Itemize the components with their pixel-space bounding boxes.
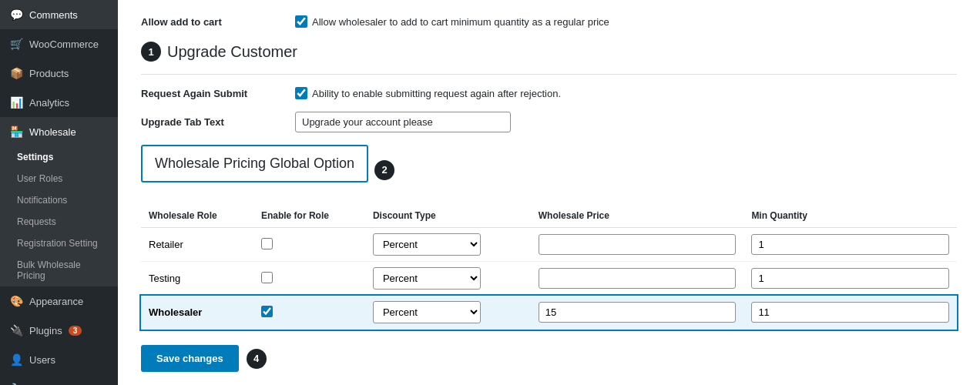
sidebar: 💬 Comments 🛒 WooCommerce 📦 Products 📊 An… (0, 0, 118, 385)
cell-enable[interactable] (253, 262, 365, 296)
allow-add-to-cart-checkbox-label[interactable]: Allow wholesaler to add to cart minimum … (295, 15, 609, 28)
sidebar-item-requests[interactable]: Requests (0, 211, 118, 233)
cell-wholesale-price[interactable] (531, 296, 744, 330)
qty-input-2[interactable] (751, 302, 949, 323)
enable-checkbox-2[interactable] (261, 306, 273, 317)
sidebar-item-woocommerce[interactable]: 🛒 WooCommerce (0, 29, 118, 59)
pricing-table: Wholesale Role Enable for Role Discount … (141, 204, 957, 330)
sidebar-item-notifications[interactable]: Notifications (0, 189, 118, 211)
cell-discount-type[interactable]: PercentFixed (365, 262, 531, 296)
upgrade-tab-control (295, 112, 957, 132)
upgrade-tab-input[interactable] (295, 112, 511, 132)
cell-discount-type[interactable]: PercentFixed (365, 296, 531, 330)
appearance-icon: 🎨 (9, 294, 23, 308)
price-input-1[interactable] (539, 268, 737, 289)
sidebar-item-comments[interactable]: 💬 Comments (0, 0, 118, 29)
upgrade-customer-heading: Upgrade Customer (167, 43, 297, 61)
section2-heading-row: Wholesale Pricing Global Option 2 (141, 145, 957, 195)
sidebar-item-user-roles[interactable]: User Roles (0, 168, 118, 189)
cell-role: Testing (141, 262, 253, 296)
table-row: WholesalerPercentFixed (141, 296, 957, 330)
price-input-0[interactable] (539, 234, 737, 255)
price-input-2[interactable] (539, 302, 737, 323)
sidebar-item-label: Bulk Wholesale Pricing (17, 259, 109, 281)
sidebar-item-settings[interactable]: Settings (0, 146, 118, 168)
section1-heading-row: 1 Upgrade Customer (141, 42, 957, 62)
pricing-section-box: Wholesale Pricing Global Option (141, 145, 368, 182)
sidebar-item-label: Settings (17, 152, 53, 162)
sidebar-item-appearance[interactable]: 🎨 Appearance (0, 286, 118, 316)
cell-role: Wholesaler (141, 296, 253, 330)
tools-icon: 🔧 (9, 382, 23, 385)
content-area: Allow add to cart Allow wholesaler to ad… (118, 0, 980, 385)
sidebar-item-analytics[interactable]: 📊 Analytics (0, 88, 118, 117)
discount-select-1[interactable]: PercentFixed (373, 267, 481, 290)
upgrade-tab-label: Upgrade Tab Text (141, 116, 295, 128)
users-icon: 👤 (9, 353, 23, 367)
sidebar-item-registration-setting[interactable]: Registration Setting (0, 233, 118, 254)
sidebar-item-label: Requests (17, 216, 56, 227)
sidebar-item-products[interactable]: 📦 Products (0, 59, 118, 88)
cell-min-quantity[interactable] (743, 228, 957, 262)
sidebar-item-label: WooCommerce (29, 38, 99, 50)
sidebar-item-label: Plugins (29, 325, 62, 336)
sidebar-sub-menu: Settings User Roles Notifications Reques… (0, 146, 118, 286)
cell-wholesale-price[interactable] (531, 228, 744, 262)
woocommerce-icon: 🛒 (9, 37, 23, 51)
sidebar-item-bulk-wholesale-pricing[interactable]: Bulk Wholesale Pricing (0, 254, 118, 286)
save-row: Save changes 4 (141, 345, 957, 372)
qty-input-1[interactable] (751, 268, 949, 289)
table-row: TestingPercentFixed (141, 262, 957, 296)
cell-discount-type[interactable]: PercentFixed (365, 228, 531, 262)
qty-input-0[interactable] (751, 234, 949, 255)
col-wholesale-price: Wholesale Price (531, 204, 744, 228)
cell-min-quantity[interactable] (743, 296, 957, 330)
cell-wholesale-price[interactable] (531, 262, 744, 296)
cell-min-quantity[interactable] (743, 262, 957, 296)
enable-checkbox-0[interactable] (261, 238, 273, 249)
cell-role: Retailer (141, 228, 253, 262)
allow-add-to-cart-checkbox-text: Allow wholesaler to add to cart minimum … (312, 16, 609, 28)
sidebar-item-label: Products (29, 68, 69, 79)
sidebar-item-label: Registration Setting (17, 238, 98, 249)
sidebar-item-label: Notifications (17, 195, 67, 206)
plugins-badge: 3 (69, 326, 82, 336)
sidebar-item-label: Users (29, 354, 55, 366)
main-content: Allow add to cart Allow wholesaler to ad… (118, 0, 980, 385)
allow-add-to-cart-control: Allow wholesaler to add to cart minimum … (295, 15, 957, 28)
badge-2: 2 (374, 160, 394, 180)
sidebar-item-label: User Roles (17, 173, 62, 184)
products-icon: 📦 (9, 66, 23, 80)
sidebar-item-label: Wholesale (29, 126, 76, 138)
badge-4: 4 (247, 349, 267, 369)
plugins-icon: 🔌 (9, 323, 23, 337)
col-enable-for-role: Enable for Role (253, 204, 365, 228)
allow-add-to-cart-checkbox[interactable] (295, 15, 307, 28)
table-row: RetailerPercentFixed (141, 228, 957, 262)
sidebar-item-label: Analytics (29, 97, 69, 109)
sidebar-item-users[interactable]: 👤 Users (0, 345, 118, 374)
upgrade-tab-row: Upgrade Tab Text (141, 112, 957, 132)
sidebar-item-plugins[interactable]: 🔌 Plugins 3 (0, 316, 118, 345)
allow-add-to-cart-label: Allow add to cart (141, 16, 295, 28)
discount-select-0[interactable]: PercentFixed (373, 233, 481, 256)
table-header-row: Wholesale Role Enable for Role Discount … (141, 204, 957, 228)
enable-checkbox-1[interactable] (261, 272, 273, 283)
sidebar-item-tools[interactable]: 🔧 Tools (0, 374, 118, 385)
discount-select-2[interactable]: PercentFixed (373, 301, 481, 323)
cell-enable[interactable] (253, 228, 365, 262)
cell-enable[interactable] (253, 296, 365, 330)
request-again-checkbox-label[interactable]: Ability to enable submitting request aga… (295, 87, 561, 99)
request-again-checkbox[interactable] (295, 87, 307, 99)
request-again-row: Request Again Submit Ability to enable s… (141, 87, 957, 99)
allow-add-to-cart-row: Allow add to cart Allow wholesaler to ad… (141, 15, 957, 28)
sidebar-item-wholesale[interactable]: 🏪 Wholesale (0, 117, 118, 146)
sidebar-item-label: Appearance (29, 296, 83, 307)
request-again-label: Request Again Submit (141, 88, 295, 99)
col-min-quantity: Min Quantity (743, 204, 957, 228)
request-again-checkbox-text: Ability to enable submitting request aga… (312, 88, 561, 99)
sidebar-item-label: Comments (29, 9, 78, 21)
comments-icon: 💬 (9, 8, 23, 22)
col-discount-type: Discount Type (365, 204, 531, 228)
save-changes-button[interactable]: Save changes (141, 345, 239, 372)
